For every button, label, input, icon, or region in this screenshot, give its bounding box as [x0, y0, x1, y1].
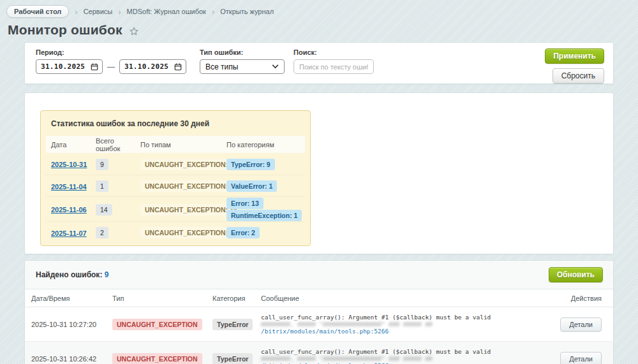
error-message: call_user_func_array(): Argument #1 ($ca… [261, 314, 548, 335]
calendar-icon [174, 63, 182, 71]
breadcrumb-item-open-journal[interactable]: Открыть журнал [220, 8, 274, 15]
statistics-box: Статистика ошибок за последние 30 дней Д… [40, 110, 311, 246]
details-button[interactable]: Детали [560, 317, 602, 331]
stats-categories-cell: Error: 2 [221, 226, 305, 238]
category-count-badge: TypeError: 9 [226, 159, 275, 170]
stats-date-link[interactable]: 2025-11-06 [51, 206, 87, 214]
chevron-down-icon [272, 64, 279, 69]
results-columns-row: Дата/Время Тип Категория Сообщение Дейст… [25, 289, 613, 307]
error-message-redacted: ########, ##### "################" ### #… [261, 355, 433, 362]
period-label: Период: [36, 48, 186, 56]
statistics-header-row: Дата Всего ошибок По типам По категориям [46, 136, 305, 153]
total-count-badge: 2 [96, 227, 108, 238]
error-message: call_user_func_array(): Argument #1 ($ca… [261, 348, 548, 364]
stats-date-link[interactable]: 2025-10-31 [51, 161, 87, 168]
stats-categories-cell: TypeError: 9 [221, 158, 305, 170]
error-datetime: 2025-10-31 10:26:42 [31, 355, 112, 363]
stats-types-cell: UNCAUGHT_EXCEPTION: 9 [135, 158, 221, 170]
date-to-value: 31.10.2025 [124, 62, 168, 71]
category-count-badge: RuntimeException: 1 [226, 210, 302, 221]
stats-categories-cell: ValueError: 1 [221, 180, 305, 192]
date-from-input[interactable]: 31.10.2025 [36, 59, 103, 74]
error-type-selected-value: Все типы [205, 62, 238, 71]
results-header: Найдено ошибок: 9 Обновить [25, 261, 613, 289]
found-errors-count: 9 [105, 270, 109, 279]
col-message: Сообщение [261, 295, 548, 302]
col-category: Категория [212, 295, 261, 302]
col-actions: Действия [548, 295, 602, 302]
stats-types-cell: UNCAUGHT_EXCEPTION: 1 [135, 180, 221, 192]
stats-table-row: 2025-11-07 2 UNCAUGHT_EXCEPTION: 2 Error… [46, 221, 305, 243]
statistics-title: Статистика ошибок за последние 30 дней [51, 119, 305, 128]
error-table-row: 2025-10-31 10:26:42 UNCAUGHT_EXCEPTION T… [25, 342, 613, 364]
error-category-badge: TypeError [212, 353, 253, 364]
breadcrumb-item-error-journal[interactable]: MDSoft: Журнал ошибок [127, 8, 206, 15]
search-label: Поиск: [293, 48, 374, 56]
breadcrumb: Рабочий стол › Сервисы › MDSoft: Журнал … [0, 0, 638, 18]
col-type: Тип [112, 295, 212, 302]
total-count-badge: 1 [96, 180, 108, 192]
stats-date-link[interactable]: 2025-11-07 [51, 229, 87, 237]
breadcrumb-separator-icon: › [212, 8, 214, 15]
reset-button[interactable]: Сбросить [553, 68, 604, 84]
error-type-label: Тип ошибки: [200, 48, 285, 56]
apply-button[interactable]: Применить [545, 48, 604, 64]
statistics-rows: 2025-10-31 9 UNCAUGHT_EXCEPTION: 9 TypeE… [46, 153, 305, 243]
stats-col-date: Дата [46, 141, 91, 149]
error-category-badge: TypeError [212, 319, 253, 330]
results-panel: Найдено ошибок: 9 Обновить Дата/Время Ти… [24, 260, 614, 364]
details-button[interactable]: Детали [560, 352, 602, 364]
stats-types-cell: UNCAUGHT_EXCEPTION: 14 [135, 203, 221, 215]
calendar-icon [91, 63, 98, 71]
total-count-badge: 14 [96, 204, 112, 215]
stats-col-categories: По категориям [221, 141, 305, 149]
date-to-input[interactable]: 31.10.2025 [119, 59, 186, 74]
error-message-line1: call_user_func_array(): Argument #1 ($ca… [261, 348, 491, 355]
breadcrumb-item-services[interactable]: Сервисы [84, 8, 113, 15]
error-table-row: 2025-10-31 10:27:20 UNCAUGHT_EXCEPTION T… [25, 307, 613, 342]
breadcrumb-separator-icon: › [75, 8, 77, 15]
date-range-separator: — [107, 62, 115, 71]
error-datetime: 2025-10-31 10:27:20 [31, 321, 112, 328]
error-source-link[interactable]: /bitrix/modules/main/tools.php:5266 [261, 328, 389, 335]
col-datetime: Дата/Время [31, 295, 112, 302]
error-type-badge: UNCAUGHT_EXCEPTION [112, 353, 202, 364]
stats-categories-cell: Error: 13RuntimeException: 1 [221, 197, 306, 221]
error-message-redacted: ########, ##### "################" ### #… [261, 321, 433, 328]
found-errors-text: Найдено ошибок: [36, 270, 102, 279]
category-count-badge: ValueError: 1 [226, 180, 277, 192]
error-type-badge: UNCAUGHT_EXCEPTION [112, 319, 202, 330]
date-from-value: 31.10.2025 [41, 62, 85, 71]
favorite-star-icon[interactable] [129, 26, 139, 36]
stats-table-row: 2025-10-31 9 UNCAUGHT_EXCEPTION: 9 TypeE… [46, 153, 305, 175]
stats-types-cell: UNCAUGHT_EXCEPTION: 2 [135, 226, 221, 238]
filter-type-group: Тип ошибки: Все типы [200, 48, 285, 84]
refresh-button[interactable]: Обновить [549, 267, 603, 282]
stats-table-row: 2025-11-04 1 UNCAUGHT_EXCEPTION: 1 Value… [46, 175, 305, 196]
search-input[interactable] [293, 59, 374, 74]
stats-date-link[interactable]: 2025-11-04 [51, 183, 87, 191]
statistics-panel: Статистика ошибок за последние 30 дней Д… [24, 92, 614, 254]
error-message-line1: call_user_func_array(): Argument #1 ($ca… [261, 314, 491, 321]
category-count-badge: Error: 13 [226, 198, 263, 209]
stats-table-row: 2025-11-06 14 UNCAUGHT_EXCEPTION: 14 Err… [46, 196, 305, 221]
results-rows: 2025-10-31 10:27:20 UNCAUGHT_EXCEPTION T… [25, 307, 613, 364]
filter-panel: Период: 31.10.2025 — 31.10.2025 [24, 42, 614, 84]
filter-period-group: Период: 31.10.2025 — 31.10.2025 [36, 48, 186, 84]
filter-search-group: Поиск: [293, 48, 374, 84]
category-count-badge: Error: 2 [226, 227, 260, 238]
page-title: Монитор ошибок [8, 22, 122, 38]
breadcrumb-item-desktop[interactable]: Рабочий стол [6, 5, 69, 18]
stats-col-total: Всего ошибок [91, 137, 135, 152]
total-count-badge: 9 [96, 159, 108, 170]
found-errors-label: Найдено ошибок: 9 [36, 270, 108, 279]
error-type-select[interactable]: Все типы [200, 59, 285, 74]
breadcrumb-separator-icon: › [118, 8, 121, 15]
stats-col-types: По типам [135, 141, 221, 149]
